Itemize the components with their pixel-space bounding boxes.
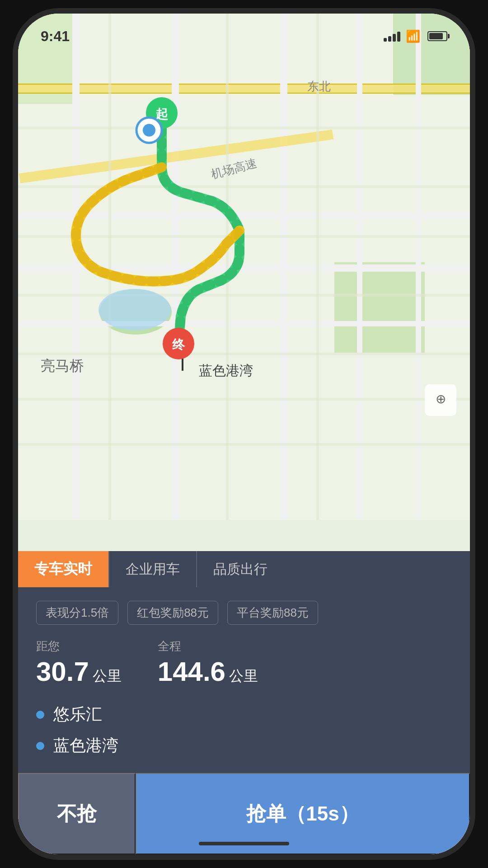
map-area: 机场高速 东北 亮马桥 蓝色港湾 起 终 ⊕: [18, 14, 470, 520]
distance-from: 距您 30.7 公里: [36, 638, 122, 687]
badge-performance: 表现分1.5倍: [36, 601, 118, 625]
wifi-icon: 📶: [406, 29, 420, 43]
svg-text:终: 终: [172, 338, 185, 352]
status-time: 9:41: [41, 28, 70, 45]
battery-icon: [427, 31, 447, 41]
pass-button[interactable]: 不抢: [18, 773, 136, 854]
panel-content: 表现分1.5倍 红包奖励88元 平台奖励88元 距您 30.7 公里 全程: [18, 587, 470, 773]
svg-rect-6: [18, 84, 470, 85]
badge-red-packet: 红包奖励88元: [127, 601, 218, 625]
svg-rect-26: [18, 443, 470, 446]
signal-icon: [384, 31, 400, 42]
waypoint-origin-name: 悠乐汇: [53, 703, 102, 726]
tab-enterprise[interactable]: 企业用车: [109, 551, 196, 587]
distance-row: 距您 30.7 公里 全程 144.6 公里: [36, 638, 452, 687]
distance-from-label: 距您: [36, 638, 122, 654]
tab-premium[interactable]: 专车实时: [18, 551, 108, 587]
distance-total-unit: 公里: [229, 666, 258, 686]
svg-rect-7: [18, 93, 470, 94]
svg-text:⊕: ⊕: [436, 392, 446, 406]
svg-text:蓝色港湾: 蓝色港湾: [199, 363, 253, 378]
waypoint-destination: 蓝色港湾: [36, 735, 452, 757]
bottom-panel: 专车实时 企业用车 品质出行 表现分1.5倍 红包奖励88元 平台奖励88元 距…: [18, 551, 470, 773]
waypoint-destination-name: 蓝色港湾: [53, 735, 118, 757]
status-icons: 📶: [384, 29, 447, 43]
badges-row: 表现分1.5倍 红包奖励88元 平台奖励88元: [36, 601, 452, 625]
home-indicator: [199, 842, 289, 845]
distance-from-value: 30.7: [36, 656, 89, 687]
tab-quality[interactable]: 品质出行: [197, 551, 284, 587]
svg-rect-10: [18, 321, 470, 326]
distance-total: 全程 144.6 公里: [158, 638, 258, 687]
svg-rect-3: [334, 262, 425, 353]
waypoint-destination-dot: [36, 742, 44, 750]
distance-total-value: 144.6: [158, 656, 225, 687]
grab-button[interactable]: 抢单（15s）: [136, 773, 470, 854]
distance-from-unit: 公里: [93, 666, 122, 686]
svg-text:亮马桥: 亮马桥: [41, 358, 84, 374]
tab-bar: 专车实时 企业用车 品质出行: [18, 551, 470, 587]
svg-point-27: [99, 289, 171, 330]
distance-total-label: 全程: [158, 638, 258, 654]
svg-point-38: [143, 124, 155, 137]
waypoints-list: 悠乐汇 蓝色港湾: [36, 703, 452, 757]
svg-rect-23: [18, 294, 470, 297]
waypoint-origin: 悠乐汇: [36, 703, 452, 726]
svg-rect-20: [18, 127, 470, 129]
waypoint-origin-dot: [36, 711, 44, 719]
svg-text:东北: 东北: [307, 80, 331, 93]
badge-platform: 平台奖励88元: [227, 601, 318, 625]
svg-rect-5: [18, 84, 470, 94]
svg-rect-21: [18, 185, 470, 188]
svg-rect-24: [18, 353, 470, 355]
svg-rect-25: [18, 398, 470, 401]
status-bar: 9:41 📶: [18, 14, 470, 50]
